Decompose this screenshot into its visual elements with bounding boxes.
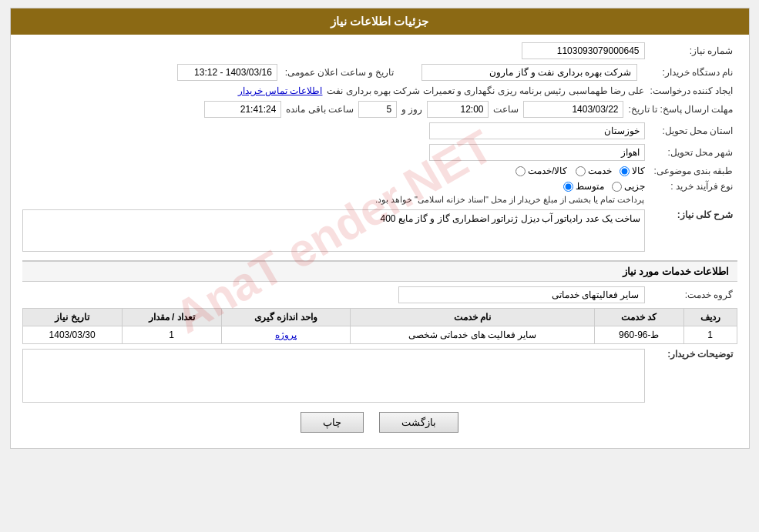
process-notice: پرداخت تمام یا بخشی از مبلغ خریدار از مح…: [375, 195, 645, 205]
process-motavasset[interactable]: متوسط: [563, 181, 604, 192]
announce-value-input[interactable]: [177, 64, 277, 81]
category-radio-group: کالا خدمت کالا/خدمت: [516, 166, 644, 176]
city-input[interactable]: [429, 144, 645, 161]
category-kala[interactable]: کالا: [620, 166, 645, 176]
cell-service-code: ط-96-960: [595, 326, 684, 344]
process-jazii[interactable]: جزیی: [612, 181, 645, 192]
category-kala-label: کالا: [632, 166, 645, 176]
table-row: 1 ط-96-960 سایر فعالیت های خدماتی شخصی پ…: [22, 326, 737, 344]
category-row: طبقه بندی موضوعی: کالا خدمت کالا/خدمت: [22, 166, 737, 176]
button-row: بازگشت چاپ: [22, 412, 737, 433]
creator-link[interactable]: اطلاعات تماس خریدار: [238, 85, 323, 96]
buyer-org-label: نام دستگاه خریدار:: [645, 67, 737, 78]
cell-row-num: 1: [683, 326, 737, 344]
process-jazii-label: جزیی: [624, 181, 645, 192]
col-unit: واحد اندازه گیری: [221, 309, 350, 326]
request-number-input[interactable]: [522, 42, 645, 59]
process-radio-group: جزیی متوسط: [375, 181, 645, 192]
deadline-time-label: ساعت: [493, 104, 519, 115]
creator-label: ایجاد کننده درخواست:: [645, 85, 737, 96]
col-service-code: کد خدمت: [595, 309, 684, 326]
city-label: شهر محل تحویل:: [645, 147, 737, 158]
deadline-time-input[interactable]: [427, 101, 489, 118]
buyer-desc-textarea[interactable]: [22, 349, 645, 403]
deadline-row: مهلت ارسال پاسخ: تا تاریخ: ساعت روز و سا…: [22, 101, 737, 118]
services-table-container: ردیف کد خدمت نام خدمت واحد اندازه گیری ت…: [22, 308, 737, 344]
buyer-desc-label: توضیحات خریدار:: [645, 349, 737, 360]
cell-unit[interactable]: پروژه: [221, 326, 350, 344]
deadline-label: مهلت ارسال پاسخ: تا تاریخ:: [628, 104, 737, 115]
category-khedmat[interactable]: خدمت: [576, 166, 612, 176]
cell-quantity: 1: [122, 326, 221, 344]
category-label: طبقه بندی موضوعی:: [645, 166, 737, 176]
desc-textarea[interactable]: [22, 209, 645, 252]
cell-service-name: سایر فعالیت های خدماتی شخصی: [351, 326, 595, 344]
table-header-row: ردیف کد خدمت نام خدمت واحد اندازه گیری ت…: [22, 309, 737, 326]
city-row: شهر محل تحویل:: [22, 144, 737, 161]
page-title: جزئیات اطلاعات نیاز: [331, 15, 428, 28]
service-group-input[interactable]: [398, 286, 645, 303]
request-number-label: شماره نیاز:: [645, 45, 737, 56]
process-label: نوع فرآیند خرید :: [645, 181, 737, 192]
deadline-days-input[interactable]: [358, 101, 397, 118]
deadline-remain-label: ساعت باقی مانده: [286, 104, 354, 115]
col-service-name: نام خدمت: [351, 309, 595, 326]
province-label: استان محل تحویل:: [645, 125, 737, 136]
deadline-days-label: روز و: [401, 104, 422, 115]
process-motavasset-label: متوسط: [576, 181, 604, 192]
col-date: تاریخ نیاز: [22, 309, 122, 326]
category-kala-khedmat-label: کالا/خدمت: [528, 166, 567, 176]
service-group-row: گروه خدمت:: [22, 286, 737, 303]
services-table: ردیف کد خدمت نام خدمت واحد اندازه گیری ت…: [22, 308, 737, 344]
service-group-label: گروه خدمت:: [645, 289, 737, 300]
page-content: شماره نیاز: نام دستگاه خریدار: تاریخ و س…: [11, 35, 749, 448]
desc-row: شرح کلی نیاز: AnaT ender.NET: [22, 209, 737, 254]
desc-label: شرح کلی نیاز:: [645, 209, 737, 220]
deadline-date-input[interactable]: [523, 101, 623, 118]
print-button[interactable]: چاپ: [301, 412, 364, 433]
main-container: جزئیات اطلاعات نیاز شماره نیاز: نام دستگ…: [10, 8, 750, 449]
buyer-org-input[interactable]: [421, 64, 637, 81]
deadline-remain-input[interactable]: [204, 101, 281, 118]
back-button[interactable]: بازگشت: [379, 412, 458, 433]
process-row: نوع فرآیند خرید : جزیی متوسط پرداخت تمام…: [22, 181, 737, 205]
buyer-announce-row: نام دستگاه خریدار: تاریخ و ساعت اعلان عم…: [22, 64, 737, 81]
request-number-row: شماره نیاز:: [22, 42, 737, 59]
col-quantity: تعداد / مقدار: [122, 309, 221, 326]
province-input[interactable]: [429, 122, 645, 139]
creator-value: علی رضا طهماسبی رئیس برنامه ریزی نگهداری…: [327, 85, 644, 96]
province-row: استان محل تحویل:: [22, 122, 737, 139]
page-header: جزئیات اطلاعات نیاز: [11, 8, 749, 35]
cell-date: 1403/03/30: [22, 326, 122, 344]
col-row-num: ردیف: [683, 309, 737, 326]
category-kala-khedmat[interactable]: کالا/خدمت: [516, 166, 567, 176]
creator-row: ایجاد کننده درخواست: علی رضا طهماسبی رئی…: [22, 85, 737, 96]
buyer-desc-row: توضیحات خریدار:: [22, 349, 737, 403]
services-section-title: اطلاعات خدمات مورد نیاز: [22, 260, 737, 282]
category-khedmat-label: خدمت: [588, 166, 612, 176]
announce-label: تاریخ و ساعت اعلان عمومی:: [285, 67, 398, 78]
